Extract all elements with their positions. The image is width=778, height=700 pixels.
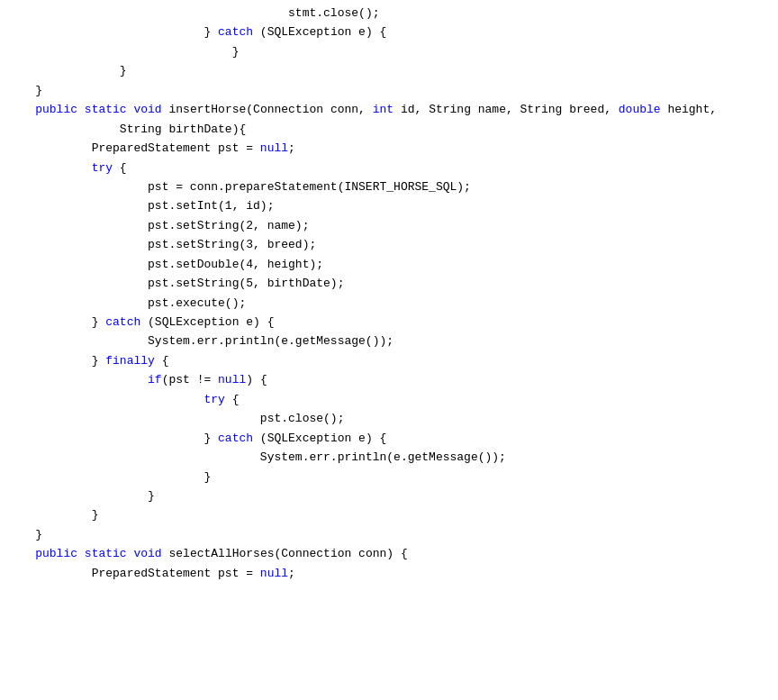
code-line: public static void selectAllHorses(Conne… <box>0 544 778 563</box>
code-line: System.err.println(e.getMessage()); <box>0 448 778 467</box>
keyword: try <box>204 393 224 406</box>
code-line: PreparedStatement pst = null; <box>0 564 778 583</box>
code-text: pst.execute(); <box>148 296 246 310</box>
code-line: pst.setString(2, name); <box>0 216 778 235</box>
code-text: ) { <box>246 373 267 386</box>
code-text: } <box>92 315 106 329</box>
code-line: if(pst != null) { <box>0 370 778 389</box>
code-text: pst.setInt(1, id); <box>148 199 274 213</box>
code-line: } <box>0 81 778 100</box>
code-line: } <box>0 468 778 486</box>
code-line: } <box>0 61 778 80</box>
code-line: } <box>0 486 778 505</box>
code-text: ; <box>288 567 295 580</box>
code-line: } catch (SQLException e) { <box>0 23 778 41</box>
code-line: stmt.close(); <box>0 4 778 23</box>
keyword: public <box>35 547 77 560</box>
code-text: { <box>113 161 127 175</box>
keyword: void <box>133 547 161 560</box>
code-line: } catch (SQLException e) { <box>0 429 778 448</box>
code-text: (pst != <box>162 373 218 386</box>
code-line: pst.execute(); <box>0 294 778 313</box>
code-line: pst.close(); <box>0 409 778 428</box>
code-line: pst.setString(5, birthDate); <box>0 274 778 293</box>
code-line: try { <box>0 159 778 177</box>
code-text: height, <box>661 103 717 116</box>
keyword: static <box>85 547 127 560</box>
keyword: try <box>92 161 113 175</box>
code-text: pst = conn.prepareStatement(INSERT_HORSE… <box>148 180 471 194</box>
code-editor: stmt.close(); } catch (SQLException e) {… <box>0 0 778 700</box>
code-text: (SQLException e) { <box>253 432 386 445</box>
code-text: stmt.close(); <box>288 6 379 20</box>
code-text: } <box>204 470 211 484</box>
code-text: PreparedStatement pst = <box>92 141 260 155</box>
code-text: selectAllHorses(Connection conn) { <box>162 547 408 560</box>
code-text: id, String name, String breed, <box>394 103 619 116</box>
keyword: null <box>260 141 288 155</box>
code-line: } catch (SQLException e) { <box>0 313 778 332</box>
code-line: pst = conn.prepareStatement(INSERT_HORSE… <box>0 177 778 196</box>
code-line: pst.setDouble(4, height); <box>0 255 778 274</box>
code-text: ; <box>288 141 295 155</box>
code-line: } finally { <box>0 351 778 370</box>
keyword: static <box>85 103 127 116</box>
keyword: null <box>218 373 246 386</box>
keyword: catch <box>218 25 253 39</box>
code-line: pst.setInt(1, id); <box>0 196 778 215</box>
code-text: insertHorse(Connection conn, <box>162 103 373 116</box>
code-text: } <box>204 432 218 445</box>
code-text: System.err.println(e.getMessage()); <box>148 334 394 348</box>
keyword: null <box>260 567 288 580</box>
code-text: { <box>225 393 240 406</box>
code-text: pst.setString(3, breed); <box>148 238 316 251</box>
keyword: catch <box>218 432 253 445</box>
keyword: finally <box>105 354 155 368</box>
keyword: void <box>133 103 161 116</box>
keyword: if <box>148 373 162 386</box>
keyword: public <box>35 103 77 116</box>
code-text: pst.setString(5, birthDate); <box>148 277 344 290</box>
code-line: pst.setString(3, breed); <box>0 235 778 254</box>
code-line: } <box>0 42 778 61</box>
code-line: } <box>0 505 778 524</box>
code-text: } <box>120 64 127 77</box>
keyword: catch <box>105 315 140 329</box>
keyword: int <box>373 103 394 116</box>
code-text: } <box>148 489 155 503</box>
code-text: String birthDate){ <box>120 123 246 136</box>
code-text: } <box>35 84 42 97</box>
code-text: } <box>35 528 42 541</box>
code-text <box>77 103 85 116</box>
code-text: { <box>155 354 169 368</box>
code-line: } <box>0 525 778 544</box>
code-line: String birthDate){ <box>0 120 778 139</box>
code-line: try { <box>0 390 778 409</box>
code-text: } <box>204 25 218 39</box>
code-text: PreparedStatement pst = <box>92 567 260 580</box>
keyword: double <box>619 103 661 116</box>
code-line: PreparedStatement pst = null; <box>0 139 778 158</box>
code-text: pst.setDouble(4, height); <box>148 258 323 271</box>
code-text: pst.setString(2, name); <box>148 219 309 232</box>
code-text: pst.close(); <box>260 412 345 425</box>
code-line: System.err.println(e.getMessage()); <box>0 332 778 350</box>
code-line: public static void insertHorse(Connectio… <box>0 100 778 119</box>
code-text: (SQLException e) { <box>140 315 274 329</box>
code-text: } <box>92 354 106 368</box>
code-text: (SQLException e) { <box>253 25 386 39</box>
code-text: } <box>232 45 240 59</box>
code-text: System.err.println(e.getMessage()); <box>260 450 506 464</box>
code-text <box>77 547 85 560</box>
code-text: } <box>92 508 99 522</box>
